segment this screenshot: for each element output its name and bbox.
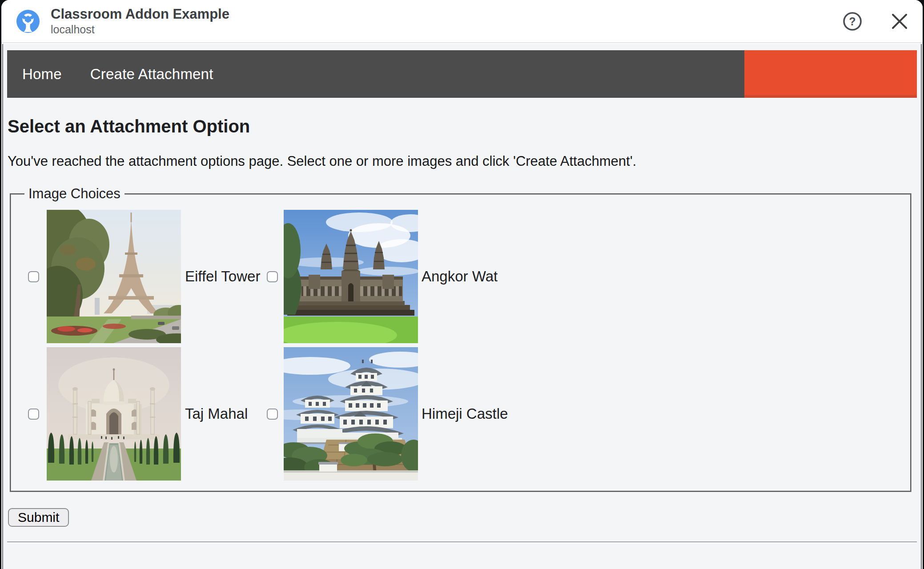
eiffel-tower-image [47,210,181,343]
dialog-title: Classroom Addon Example [51,7,229,22]
angkor-wat-image [284,210,418,343]
screen: Classroom Addon Example localhost ? Hom [0,0,924,569]
nav-accent-block [744,50,917,98]
footer-divider [7,541,917,543]
dialog-subtitle: localhost [51,23,229,36]
help-icon: ? [842,11,863,32]
image-choices-legend: Image Choices [24,186,125,202]
eiffel-tower-checkbox[interactable] [28,271,39,282]
checkbox-cell [21,409,47,420]
dialog-title-block: Classroom Addon Example localhost [51,7,229,36]
help-button[interactable]: ? [842,11,863,32]
image-label: Taj Mahal [181,405,265,422]
angkor-wat-checkbox[interactable] [267,271,278,282]
himeji-castle-image [284,347,418,481]
close-button[interactable] [889,11,910,32]
close-icon [890,12,909,31]
nav-item-create-attachment[interactable]: Create Attachment [90,66,213,83]
addon-iframe: Home Create Attachment Select an Attachm… [2,44,922,569]
intro-text: You've reached the attachment options pa… [8,153,917,170]
checkbox-cell [265,271,284,282]
checkbox-cell [21,271,47,282]
checkbox-cell [265,409,284,420]
image-label: Angkor Wat [418,268,906,285]
addon-dialog: Classroom Addon Example localhost ? Hom [1,0,923,569]
image-label: Himeji Castle [418,405,906,422]
image-choices-fieldset: Image Choices [10,186,912,492]
svg-text:?: ? [849,15,856,27]
himeji-castle-checkbox[interactable] [267,409,278,420]
nav-bar: Home Create Attachment [7,50,917,98]
addon-app-icon [16,10,40,33]
page-content: Home Create Attachment Select an Attachm… [3,50,921,543]
choice-row: Taj Mahal [21,347,906,481]
image-label: Eiffel Tower [181,268,265,285]
nav-item-home[interactable]: Home [22,66,62,83]
taj-mahal-checkbox[interactable] [28,409,39,420]
choice-row: Eiffel Tower [21,210,906,343]
taj-mahal-image [47,347,181,481]
dialog-header: Classroom Addon Example localhost ? [1,0,923,43]
page-heading: Select an Attachment Option [8,116,917,137]
submit-button[interactable]: Submit [8,508,69,527]
